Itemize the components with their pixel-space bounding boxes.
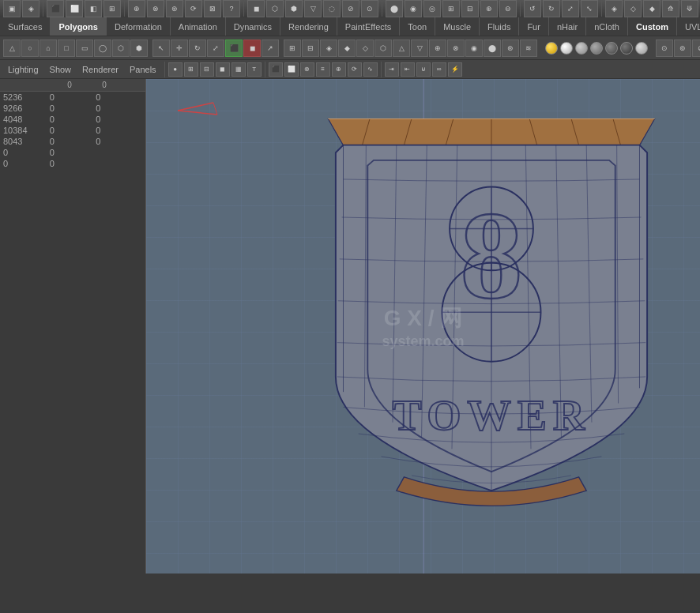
tb-icon-35[interactable]: ⟱ (681, 0, 698, 17)
tb-icon-26[interactable]: ⊖ (499, 0, 517, 17)
show-label[interactable]: Show (45, 65, 77, 74)
tb-icon-8[interactable]: ⊗ (147, 0, 164, 17)
color-sphere-gray1[interactable] (575, 42, 588, 55)
mesh-op4-icon[interactable]: ◆ (338, 39, 356, 57)
mesh-op6-icon[interactable]: ⬡ (374, 39, 392, 57)
tb-icon-25[interactable]: ⊕ (480, 0, 498, 17)
view-op11[interactable]: ⊕ (332, 62, 346, 77)
tb-icon-30[interactable]: ⤡ (581, 0, 598, 17)
tb-icon-19[interactable]: ⊙ (361, 0, 378, 17)
color-sphere-dark[interactable] (620, 42, 633, 55)
view-op17[interactable]: ∞ (432, 62, 446, 77)
view-op15[interactable]: ⇤ (401, 62, 415, 77)
tb-icon-32[interactable]: ◇ (624, 0, 642, 17)
mesh-op1-icon[interactable]: ⊞ (284, 39, 301, 57)
create-plane-icon[interactable]: ▭ (76, 39, 93, 57)
render-op2-icon[interactable]: ⊚ (674, 39, 691, 57)
color-sphere-light[interactable] (635, 42, 648, 55)
color-sphere-yellow[interactable] (545, 42, 558, 55)
select-icon[interactable]: ↖ (152, 39, 170, 57)
tab-deformation[interactable]: Deformation (107, 17, 171, 36)
create-special-icon[interactable]: ⬡ (112, 39, 130, 57)
color-sphere-gray2[interactable] (590, 42, 603, 55)
renderer-label[interactable]: Renderer (77, 65, 123, 74)
create-torus-icon[interactable]: ◯ (94, 39, 111, 57)
view-op2[interactable]: ⊞ (184, 62, 198, 77)
tb-icon-31[interactable]: ◈ (605, 0, 623, 17)
panels-label[interactable]: Panels (125, 65, 161, 74)
tb-icon-4[interactable]: ⬜ (66, 0, 83, 17)
view-op9[interactable]: ⊗ (300, 62, 314, 77)
tab-fur[interactable]: Fur (519, 17, 549, 36)
tb-icon-24[interactable]: ⊟ (461, 0, 479, 17)
tb-icon-3[interactable]: ⬛ (47, 0, 64, 17)
tb-icon-18[interactable]: ⊘ (342, 0, 359, 17)
view-op16[interactable]: ⊌ (416, 62, 431, 77)
tb-icon-9[interactable]: ⊛ (166, 0, 183, 17)
view-op14[interactable]: ⇥ (385, 62, 399, 77)
tab-nhair[interactable]: nHair (549, 17, 586, 36)
tab-surfaces[interactable]: Surfaces (0, 17, 51, 36)
tb-icon-12[interactable]: ? (223, 0, 240, 17)
scale-icon[interactable]: ⤢ (207, 39, 224, 57)
viewport-3d[interactable]: 8 TOWER (146, 79, 700, 574)
view-op10[interactable]: ≡ (316, 62, 330, 77)
active-tool-icon[interactable]: ⬛ (225, 39, 243, 57)
tb-icon-22[interactable]: ◎ (423, 0, 441, 17)
create-cone-icon[interactable]: △ (3, 39, 21, 57)
mesh-op7-icon[interactable]: △ (393, 39, 410, 57)
view-op4[interactable]: ◼ (216, 62, 230, 77)
tb-icon-2[interactable]: ◈ (22, 0, 40, 17)
tb-icon-17[interactable]: ◌ (323, 0, 341, 17)
mesh-op8-icon[interactable]: ▽ (411, 39, 428, 57)
color-sphere-white[interactable] (560, 42, 573, 55)
tb-icon-14[interactable]: ⬡ (266, 0, 284, 17)
tb-icon-33[interactable]: ◆ (643, 0, 660, 17)
create-cube-icon[interactable]: □ (58, 39, 75, 57)
tab-custom[interactable]: Custom (628, 17, 677, 36)
tb-icon-15[interactable]: ⬢ (285, 0, 303, 17)
view-op12[interactable]: ⟳ (348, 62, 362, 77)
active-tool2-icon[interactable]: ◼ (243, 39, 261, 57)
create-cylinder-icon[interactable]: ⌂ (40, 39, 57, 57)
create-sphere-icon[interactable]: ○ (21, 39, 39, 57)
tb-icon-21[interactable]: ◉ (405, 0, 422, 17)
tab-rendering[interactable]: Rendering (280, 17, 337, 36)
tb-icon-5[interactable]: ◧ (85, 0, 102, 17)
mesh-op12-icon[interactable]: ⬤ (484, 39, 501, 57)
view-op6[interactable]: T (247, 62, 262, 77)
tab-toon[interactable]: Toon (400, 17, 435, 36)
mesh-op13-icon[interactable]: ⊛ (502, 39, 519, 57)
lighting-label[interactable]: Lighting (3, 65, 43, 74)
tab-uvlayout[interactable]: UVLayout (677, 17, 700, 36)
render-op1-icon[interactable]: ⊙ (656, 39, 673, 57)
view-op7[interactable]: ⬛ (269, 62, 283, 77)
mesh-op9-icon[interactable]: ⊕ (429, 39, 446, 57)
tab-painteffects[interactable]: PaintEffects (337, 17, 401, 36)
tab-fluids[interactable]: Fluids (480, 17, 519, 36)
mesh-op10-icon[interactable]: ⊗ (447, 39, 465, 57)
tb-icon-1[interactable]: ▣ (3, 0, 21, 17)
view-op18[interactable]: ⚡ (448, 62, 462, 77)
tb-icon-23[interactable]: ⊞ (442, 0, 460, 17)
mesh-op2-icon[interactable]: ⊟ (302, 39, 319, 57)
tb-icon-13[interactable]: ◼ (247, 0, 265, 17)
tb-icon-11[interactable]: ⊠ (204, 0, 221, 17)
render-op3-icon[interactable]: ⊘ (692, 39, 700, 57)
color-sphere-gray3[interactable] (605, 42, 618, 55)
view-op3[interactable]: ⊟ (200, 62, 214, 77)
tb-icon-16[interactable]: ▽ (304, 0, 322, 17)
tb-icon-28[interactable]: ↻ (543, 0, 560, 17)
tab-dynamics[interactable]: Dynamics (226, 17, 280, 36)
tb-icon-27[interactable]: ↺ (524, 0, 541, 17)
tb-icon-7[interactable]: ⊕ (128, 0, 145, 17)
mesh-op14-icon[interactable]: ≋ (520, 39, 537, 57)
tb-icon-29[interactable]: ⤢ (562, 0, 579, 17)
tb-icon-20[interactable]: ⬤ (386, 0, 403, 17)
view-op5[interactable]: ▦ (231, 62, 246, 77)
create-special2-icon[interactable]: ⬢ (130, 39, 148, 57)
view-op1[interactable]: ● (168, 62, 183, 77)
tab-muscle[interactable]: Muscle (435, 17, 480, 36)
tab-animation[interactable]: Animation (171, 17, 226, 36)
rotate-icon[interactable]: ↻ (189, 39, 206, 57)
